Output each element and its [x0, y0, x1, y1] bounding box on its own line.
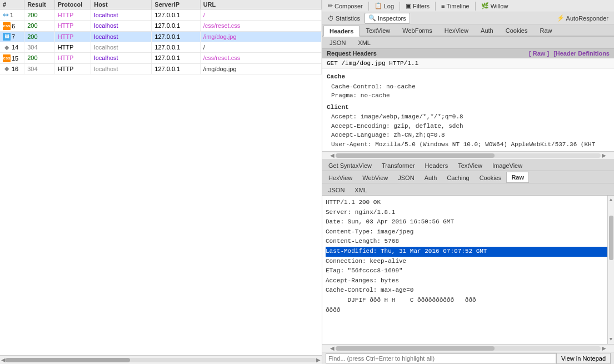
- tab-raw[interactable]: Raw: [533, 24, 558, 36]
- resp-tab-hexview[interactable]: HexView: [323, 172, 357, 183]
- resp-tab-auth[interactable]: Auth: [420, 172, 442, 183]
- req-hscroll-right[interactable]: ▶: [602, 152, 606, 158]
- response-vscroll[interactable]: ▲ ▼: [607, 196, 614, 344]
- table-row[interactable]: css6200HTTPlocalhost127.0.0.1/css/reset.…: [0, 21, 322, 32]
- pragma-header: Pragma: no-cache: [327, 91, 610, 101]
- resp-tab-imageview[interactable]: ImageView: [487, 159, 527, 171]
- statistics-button[interactable]: ⏱ Statistics: [325, 13, 363, 24]
- statistics-icon: ⏱: [328, 15, 334, 22]
- table-row[interactable]: ◆14304HTTPlocalhost127.0.0.1/: [0, 42, 322, 53]
- sessions-table: # Result Protocol Host ServerIP URL ⇔120…: [0, 0, 322, 74]
- accept-encoding-header: Accept-Encoding: gzip, deflate, sdch: [327, 122, 610, 131]
- vscroll-up-arrow[interactable]: ▲: [609, 196, 613, 205]
- response-line: Date: Sun, 03 Apr 2016 16:50:56 GMT: [326, 217, 611, 227]
- resp-hscroll-right[interactable]: ▶: [602, 345, 606, 351]
- user-agent-header: User-Agent: Mozilla/5.0 (Windows NT 10.0…: [327, 140, 610, 149]
- response-line: Server: nginx/1.8.1: [326, 208, 611, 218]
- log-label: Log: [384, 3, 394, 9]
- css-icon: css: [3, 54, 11, 62]
- resp-tab-webview[interactable]: WebView: [357, 172, 393, 183]
- cache-control-header: Cache-Control: no-cache: [327, 82, 610, 92]
- willow-label: Willow: [491, 3, 508, 9]
- filters-label: Filters: [413, 3, 430, 9]
- tab-json[interactable]: JSON: [323, 37, 352, 48]
- resp-tab-transformer[interactable]: Transformer: [377, 159, 420, 171]
- response-body: HTTP/1.1 200 OKServer: nginx/1.8.1Date: …: [322, 196, 614, 344]
- col-header-host: Host: [91, 0, 152, 9]
- req-hscroll-thumb[interactable]: [336, 153, 495, 158]
- willow-button[interactable]: 🌿 Willow: [478, 1, 512, 12]
- autoresponder-button[interactable]: ⚡ AutoResponder: [553, 13, 612, 24]
- tab-hexview[interactable]: HexView: [438, 24, 475, 36]
- table-row[interactable]: css15200HTTPlocalhost127.0.0.1/css/reset…: [0, 53, 322, 64]
- row-host: localhost: [91, 42, 152, 53]
- statistics-label: Statistics: [336, 15, 360, 22]
- left-hscroll-right-arrow[interactable]: ▶: [316, 357, 321, 363]
- tab-textview[interactable]: TextView: [360, 24, 396, 36]
- log-button[interactable]: 📋 Log: [371, 1, 397, 12]
- left-hscroll-thumb[interactable]: [6, 358, 130, 362]
- resp-tab-json[interactable]: JSON: [393, 172, 419, 183]
- response-line: Content-Type: image/jpeg: [326, 227, 611, 237]
- row-serverip: 127.0.0.1: [152, 63, 200, 74]
- response-line: ETag: "56fcccc8-1699": [326, 266, 611, 276]
- resp-hscroll[interactable]: ◀ ▶: [322, 344, 614, 352]
- table-row[interactable]: ◆16304HTTPlocalhost127.0.0.1/img/dog.jpg: [0, 63, 322, 74]
- tab-cookies[interactable]: Cookies: [500, 24, 534, 36]
- timeline-button[interactable]: ≡ Timeline: [438, 1, 473, 12]
- response-line: ðððð: [326, 306, 611, 316]
- table-row[interactable]: 🖼7200HTTPlocalhost127.0.0.1/img/dog.jpg: [0, 31, 322, 42]
- left-hscroll[interactable]: ◀ ▶: [0, 355, 322, 364]
- resp-tab-cookies[interactable]: Cookies: [475, 172, 507, 183]
- tab-auth[interactable]: Auth: [475, 24, 500, 36]
- row-protocol: HTTP: [54, 42, 91, 53]
- row-num: ⇔1: [0, 9, 24, 21]
- vscroll-down-arrow[interactable]: ▼: [609, 335, 613, 344]
- headers-body: Cache Cache-Control: no-cache Pragma: no…: [322, 69, 614, 151]
- raw-link[interactable]: [ Raw ]: [529, 50, 549, 57]
- resp-hscroll-thumb[interactable]: [336, 346, 495, 351]
- row-host: localhost: [91, 9, 152, 21]
- left-hscroll-left-arrow[interactable]: ◀: [1, 357, 6, 363]
- tab-webforms[interactable]: WebForms: [396, 24, 438, 36]
- resp-tab-json2[interactable]: JSON: [323, 184, 350, 195]
- row-result: 200: [24, 9, 55, 21]
- table-row[interactable]: ⇔1200HTTPlocalhost127.0.0.1/: [0, 9, 322, 21]
- resp-tab-textview[interactable]: TextView: [453, 159, 487, 171]
- inspectors-button[interactable]: 🔍 Inspectors: [365, 13, 410, 24]
- row-host: localhost: [91, 63, 152, 74]
- row-protocol: HTTP: [54, 63, 91, 74]
- filters-button[interactable]: ▣ Filters: [402, 1, 433, 12]
- resp-tab-raw[interactable]: Raw: [506, 172, 529, 183]
- resp-hscroll-left[interactable]: ◀: [330, 345, 335, 351]
- view-notepad-button[interactable]: View in Notepad: [556, 353, 611, 364]
- response-line: Last-Modified: Thu, 31 Mar 2016 07:07:52…: [326, 247, 611, 257]
- toolbar-row2: ⏱ Statistics 🔍 Inspectors ⚡ AutoResponde…: [322, 12, 614, 24]
- vscroll-thumb[interactable]: [609, 216, 613, 260]
- req-hscroll[interactable]: ◀ ▶: [322, 151, 614, 159]
- resp-tab-syntaxview[interactable]: Get SyntaxView: [323, 159, 377, 171]
- row-url: /: [200, 42, 321, 53]
- row-serverip: 127.0.0.1: [152, 9, 200, 21]
- timeline-icon: ≡: [441, 3, 445, 9]
- tab-xml[interactable]: XML: [352, 37, 377, 48]
- row-result: 200: [24, 31, 55, 42]
- tab-headers[interactable]: Headers: [323, 26, 360, 37]
- find-input[interactable]: [326, 353, 556, 363]
- req-hscroll-left[interactable]: ◀: [330, 152, 335, 158]
- right-panel: ✏ Composer 📋 Log ▣ Filters ≡ Timeline 🌿 …: [322, 0, 614, 364]
- row-serverip: 127.0.0.1: [152, 31, 200, 42]
- request-headers-section: Request Headers [ Raw ] [Header Definiti…: [322, 49, 614, 151]
- composer-button[interactable]: ✏ Composer: [325, 1, 366, 12]
- row-serverip: 127.0.0.1: [152, 53, 200, 64]
- row-num-val: 16: [12, 66, 18, 72]
- response-line: Accept-Ranges: bytes: [326, 276, 611, 286]
- resp-tab-caching[interactable]: Caching: [442, 172, 474, 183]
- row-result: 304: [24, 42, 55, 53]
- response-line: Cache-Control: max-age=0: [326, 286, 611, 296]
- resp-tab-headers[interactable]: Headers: [420, 159, 453, 171]
- header-definitions-link[interactable]: [Header Definitions: [553, 50, 610, 57]
- row-num-val: 6: [12, 23, 15, 29]
- filter-icon: ▣: [406, 2, 411, 9]
- resp-tab-xml[interactable]: XML: [350, 184, 372, 195]
